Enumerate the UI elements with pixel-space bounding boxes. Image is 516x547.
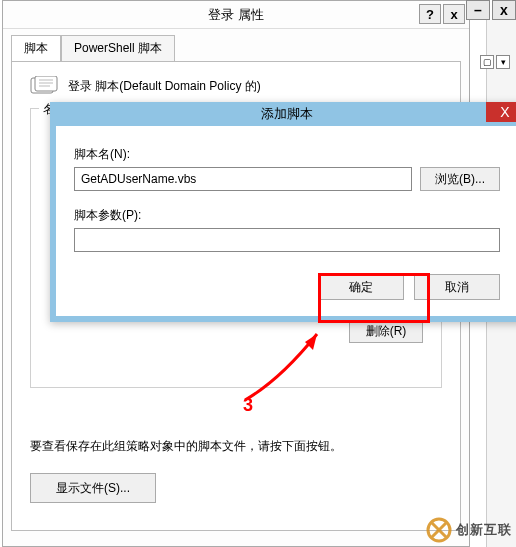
small-icon-2: ▾ [496,55,510,69]
help-button[interactable]: ? [419,4,441,24]
watermark: 创新互联 [426,517,512,543]
watermark-text: 创新互联 [456,521,512,539]
add-script-body: 脚本名(N): 浏览(B)... 脚本参数(P): 确定 取消 [56,126,516,316]
browse-button[interactable]: 浏览(B)... [420,167,500,191]
watermark-logo-icon [426,517,452,543]
small-icon-1: ▢ [480,55,494,69]
tab-powershell[interactable]: PowerShell 脚本 [61,35,175,61]
bg-close-button[interactable]: x [492,0,516,20]
login-properties-title: 登录 属性 [208,6,264,24]
script-name-input[interactable] [74,167,412,191]
script-name-label: 脚本名(N): [74,146,500,163]
policy-header-line: 登录 脚本(Default Domain Policy 的) [30,76,442,96]
add-script-titlebar: 添加脚本 X [50,102,516,126]
hint-text: 要查看保存在此组策略对象中的脚本文件，请按下面按钮。 [30,438,442,455]
add-script-close-button[interactable]: X [486,102,516,122]
background-window-controls: – x [466,0,516,20]
bg-minimize-button[interactable]: – [466,0,490,20]
script-page-icon [30,76,58,96]
tab-scripts[interactable]: 脚本 [11,35,61,61]
script-params-label: 脚本参数(P): [74,207,500,224]
script-params-input[interactable] [74,228,500,252]
delete-button[interactable]: 删除(R) [349,319,423,343]
login-properties-titlebar: 登录 属性 ? x [3,1,469,29]
parent-close-button[interactable]: x [443,4,465,24]
add-script-title: 添加脚本 [261,105,313,123]
ok-button[interactable]: 确定 [318,274,404,300]
tab-strip: 脚本 PowerShell 脚本 [11,37,461,61]
cancel-button[interactable]: 取消 [414,274,500,300]
annotation-number: 3 [243,395,253,416]
add-script-dialog: 添加脚本 X 脚本名(N): 浏览(B)... 脚本参数(P): 确定 取消 [50,102,516,322]
policy-header-text: 登录 脚本(Default Domain Policy 的) [68,78,261,95]
show-files-button[interactable]: 显示文件(S)... [30,473,156,503]
background-small-icons: ▢ ▾ [480,55,510,69]
